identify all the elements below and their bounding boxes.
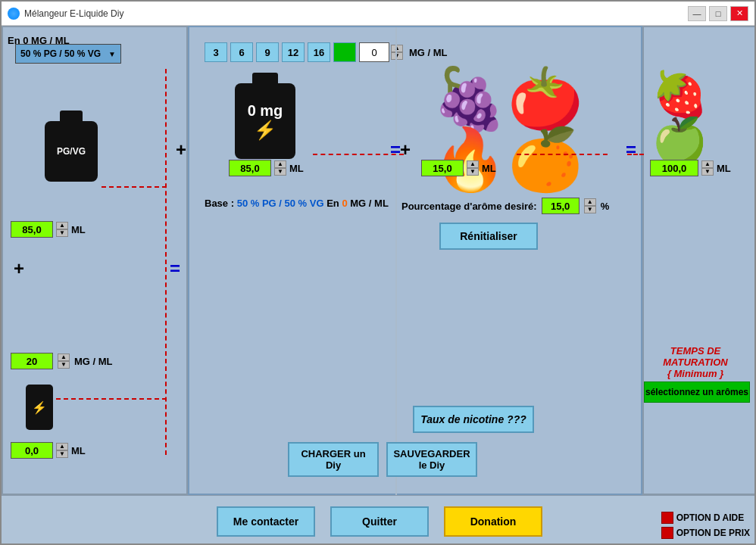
pct-down[interactable]: ▼ [584, 206, 596, 213]
plus-sign-left: + [14, 258, 24, 279]
option-aide-label: OPTION D AIDE [676, 512, 745, 523]
arome-ml-label: ML [482, 163, 496, 174]
option-prix-checkbox[interactable] [661, 527, 673, 539]
center-volume-input[interactable] [229, 160, 271, 176]
mg-btn-16[interactable]: 16 [308, 42, 330, 62]
center-volume-wrap: ▲ ▼ ML [229, 160, 304, 176]
result-volume-up[interactable]: ▲ [701, 160, 714, 168]
equals-sign-center: = [390, 139, 401, 160]
quitter-button[interactable]: Quitter [330, 506, 429, 537]
nico-hdash [56, 398, 167, 400]
select-arome-button[interactable]: sélectionnez un arômes [644, 382, 750, 403]
pct-up[interactable]: ▲ [584, 198, 596, 206]
nico-mg-down[interactable]: ▼ [58, 361, 70, 369]
donation-button[interactable]: Donation [444, 506, 542, 537]
donation-label: Donation [470, 515, 517, 528]
pgvg-bottle: PG/VG [45, 111, 98, 182]
pgvg-volume-down[interactable]: ▼ [56, 229, 68, 237]
options-section: OPTION D AIDE OPTION DE PRIX [661, 512, 750, 539]
center-volume-up[interactable]: ▲ [274, 160, 286, 168]
window-title: Mélangeur E-Liquide Diy [24, 8, 123, 19]
result-volume-down[interactable]: ▼ [701, 168, 714, 176]
pgvg-hdash [102, 186, 167, 188]
right-panel: 🍓🍏 ▲ ▼ ML = TEMPS DE MATURATION { Minimu… [642, 26, 756, 495]
nico-volume-up[interactable]: ▲ [56, 443, 68, 450]
reinit-button[interactable]: Rénitialiser [439, 223, 538, 250]
mg-btn-9[interactable]: 9 [256, 42, 279, 62]
result-volume-wrap: ▲ ▼ ML [650, 160, 731, 176]
base-info: Base : 50 % PG / 50 % VG En 0 MG / ML [205, 198, 389, 209]
base-pgvg: 50 % PG / 50 % VG [237, 198, 324, 209]
pgvg-volume-up[interactable]: ▲ [56, 222, 68, 229]
center-volume-down[interactable]: ▼ [274, 168, 286, 176]
center-ml-label: ML [289, 163, 304, 174]
equals-sign-right: = [626, 139, 636, 160]
center-hdash2 [517, 154, 608, 155]
nico-volume-input[interactable] [11, 442, 53, 459]
maximize-button[interactable]: □ [709, 6, 727, 21]
sauvegarder-button[interactable]: SAUVEGARDERle Diy [386, 442, 477, 477]
maturation-line2: { Minimum } [642, 368, 748, 379]
plus-sign-right: + [400, 139, 411, 160]
arome-volume-wrap: ▲ ▼ ML [421, 160, 496, 176]
pgvg-bottle-cap [60, 111, 83, 121]
result-ml-label: ML [717, 163, 731, 174]
equals-sign-left: = [170, 258, 180, 279]
nico-volume-wrap: ▲ ▼ ML [11, 442, 86, 459]
arome-volume-up[interactable]: ▲ [467, 160, 479, 168]
mg-btn-12[interactable]: 12 [282, 42, 305, 62]
mg-value-spin: ▲ ▼ [391, 45, 403, 60]
center-divider [395, 27, 397, 497]
arome-volume-down[interactable]: ▼ [467, 168, 479, 176]
title-bar-left: Mélangeur E-Liquide Diy [8, 8, 123, 20]
taux-button[interactable]: Taux de nicotine ??? [413, 406, 534, 433]
pgvg-bottle-label: PG/VG [57, 146, 86, 157]
center-bottle-body: 0 mg ⚡ [235, 83, 295, 159]
plus-sign-center: + [176, 139, 186, 160]
pgvg-selector[interactable]: 50 % PG / 50 % VG ▼ [15, 44, 121, 64]
me-contacter-label: Me contacter [233, 515, 298, 528]
pgvg-volume-spin: ▲ ▼ [56, 222, 68, 237]
taux-label: Taux de nicotine ??? [420, 413, 526, 425]
me-contacter-button[interactable]: Me contacter [217, 506, 315, 537]
title-buttons: — □ ✕ [688, 6, 748, 21]
close-button[interactable]: ✕ [730, 6, 748, 21]
arome-volume-input[interactable] [421, 160, 464, 176]
nico-bottle-wrap: ⚡ [26, 382, 53, 430]
charger-button[interactable]: CHARGER unDiy [288, 442, 379, 477]
nico-bottle: ⚡ [26, 385, 53, 430]
center-bottle-mg: 0 mg [248, 102, 283, 120]
mg-value-input[interactable] [359, 42, 389, 62]
mg-btn-3[interactable]: 3 [205, 42, 227, 62]
pct-input[interactable] [542, 198, 579, 214]
mg-btn-6[interactable]: 6 [230, 42, 253, 62]
option-prix-row: OPTION DE PRIX [661, 527, 750, 539]
mg-value-up[interactable]: ▲ [391, 45, 403, 52]
minimize-button[interactable]: — [688, 6, 706, 21]
left-panel: 50 % PG / 50 % VG ▼ En 0 MG / ML PG/VG ▲… [2, 26, 188, 495]
reinit-label: Rénitialiser [460, 230, 517, 242]
title-bar: Mélangeur E-Liquide Diy — □ ✕ [2, 2, 754, 26]
center-panel: 3 6 9 12 16 ▲ ▼ MG / ML 0 mg ⚡ [188, 26, 642, 495]
pgvg-selector-wrap: 50 % PG / 50 % VG ▼ En 0 MG / ML [8, 35, 70, 46]
option-aide-checkbox[interactable] [661, 512, 673, 524]
pgvg-volume-input[interactable] [11, 221, 53, 238]
nico-mg-up[interactable]: ▲ [58, 353, 70, 361]
base-mg-ml: MG / ML [350, 198, 389, 209]
nico-volume-down[interactable]: ▼ [56, 450, 68, 458]
nico-mg-ml-label: MG / ML [74, 356, 113, 367]
pct-spin: ▲ ▼ [584, 198, 596, 213]
option-prix-label: OPTION DE PRIX [676, 528, 750, 538]
quitter-label: Quitter [362, 515, 397, 528]
result-volume-input[interactable] [650, 160, 698, 176]
mg-buttons: 3 6 9 12 16 ▲ ▼ MG / ML [205, 42, 448, 62]
maturation-label: TEMPS DE MATURATION { Minimum } [642, 345, 748, 379]
mg-value-down[interactable]: ▼ [391, 52, 403, 60]
base-mg-val: 0 [342, 198, 347, 209]
nico-mg-input[interactable] [11, 353, 53, 369]
lightning-center-icon: ⚡ [254, 120, 276, 141]
pct-section: Pourcentage d'arôme desiré: ▲ ▼ % [401, 198, 609, 214]
sauvegarder-label: SAUVEGARDERle Diy [393, 448, 470, 471]
nico-mg-spin: ▲ ▼ [58, 353, 70, 369]
right-hdash [627, 154, 644, 155]
